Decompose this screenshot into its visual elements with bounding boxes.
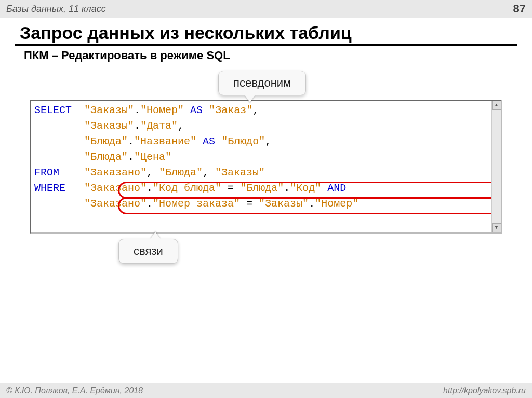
content-area: Запрос данных из нескольких таблиц ПКМ –… [0,18,532,234]
w2c: "Заказы" [259,198,309,210]
kw-as1: AS [190,104,203,116]
header-bar: Базы данных, 11 класс 87 [0,0,532,18]
title-rule [15,44,517,46]
s1c: "Заказ" [209,104,252,116]
kw-and: AND [327,182,346,194]
s1b: "Номер" [140,104,184,116]
w1a: "Заказано" [84,182,147,194]
kw-as2: AS [203,135,215,147]
scroll-down-button[interactable]: ▼ [492,223,501,232]
f3: "Заказы" [215,167,265,179]
w1d: "Код" [290,182,321,194]
s3c: "Блюдо" [221,135,265,147]
f1: "Заказано" [84,167,147,179]
f2: "Блюда" [159,167,203,179]
scroll-up-button[interactable]: ▲ [492,101,501,110]
kw-select: SELECT [34,104,72,116]
sql-code: SELECT "Заказы"."Номер" AS "Заказ", "Зак… [34,103,491,227]
scrollbar-vertical[interactable]: ▲ ▼ [491,101,501,232]
s4b: "Цена" [134,151,171,163]
kw-from: FROM [34,167,59,179]
w2b: "Номер заказа" [153,198,240,210]
s2b: "Дата" [140,120,178,132]
footer-url: http://kpolyakov.spb.ru [443,386,526,395]
s3a: "Блюда" [84,135,128,147]
s4a: "Блюда" [84,151,128,163]
footer-bar: © К.Ю. Поляков, Е.А. Ерёмин, 2018 http:/… [0,383,532,398]
page-title: Запрос данных из нескольких таблиц [20,23,517,43]
s2a: "Заказы" [84,120,134,132]
s1a: "Заказы" [84,104,134,116]
callout-alias: псевдоним [218,71,306,95]
w1c: "Блюда" [240,182,284,194]
kw-where: WHERE [34,182,65,194]
sql-editor-box: SELECT "Заказы"."Номер" AS "Заказ", "Зак… [30,100,502,234]
s3b: "Название" [134,135,196,147]
page-subtitle: ПКМ – Редактировать в режиме SQL [24,49,517,62]
page-number: 87 [513,2,526,16]
w2a: "Заказано" [84,198,147,210]
w2d: "Номер" [315,198,358,210]
footer-authors: © К.Ю. Поляков, Е.А. Ерёмин, 2018 [6,386,143,395]
course-label: Базы данных, 11 класс [6,4,106,15]
callout-links: связи [118,239,178,264]
w1b: "Код блюда" [153,182,221,194]
